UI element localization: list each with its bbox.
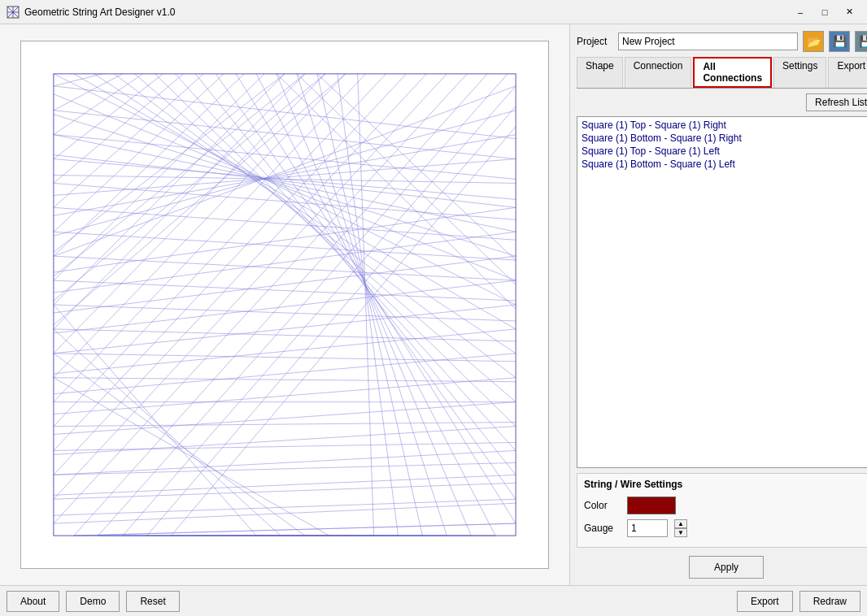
gauge-increment-button[interactable]: ▲ bbox=[674, 519, 687, 528]
save-as-icon: 💾 bbox=[859, 35, 867, 48]
color-row: Color bbox=[584, 497, 867, 514]
refresh-list-button[interactable]: Refresh List bbox=[806, 93, 867, 111]
bottom-bar: About Demo Reset Export Redraw bbox=[0, 585, 867, 616]
save-as-button[interactable]: 💾 bbox=[855, 31, 867, 52]
app-title: Geometric String Art Designer v1.0 bbox=[24, 7, 175, 18]
tabs-row: Shape Connection All Connections Setting… bbox=[577, 57, 867, 89]
tab-connection[interactable]: Connection bbox=[625, 57, 692, 88]
string-wire-settings: String / Wire Settings Color Gauge ▲ ▼ bbox=[577, 473, 867, 548]
project-row: Project 📂 💾 💾 bbox=[577, 31, 867, 52]
apply-button[interactable]: Apply bbox=[689, 556, 764, 579]
close-button[interactable]: ✕ bbox=[838, 4, 860, 20]
right-panel: Project 📂 💾 💾 Shape Connection All Conne… bbox=[569, 24, 867, 585]
tab-export[interactable]: Export bbox=[828, 57, 867, 88]
maximize-button[interactable]: □ bbox=[813, 4, 836, 20]
project-input[interactable] bbox=[618, 33, 798, 50]
folder-button[interactable]: 📂 bbox=[803, 31, 824, 52]
project-label: Project bbox=[577, 36, 613, 47]
connection-item[interactable]: Square (1) Top - Square (1) Left bbox=[579, 145, 867, 158]
svg-rect-5 bbox=[21, 41, 548, 568]
gauge-spinner: ▲ ▼ bbox=[674, 519, 687, 537]
color-swatch[interactable] bbox=[627, 497, 676, 514]
tab-shape[interactable]: Shape bbox=[577, 57, 623, 88]
save-icon: 💾 bbox=[833, 35, 847, 48]
export-button[interactable]: Export bbox=[737, 591, 793, 612]
canvas-wrapper bbox=[20, 41, 549, 569]
gauge-input[interactable] bbox=[627, 519, 668, 537]
gauge-row: Gauge ▲ ▼ bbox=[584, 519, 867, 537]
string-art-canvas bbox=[21, 41, 548, 568]
connections-list[interactable]: Square (1) Top - Square (1) Right Square… bbox=[577, 116, 867, 468]
minimize-button[interactable]: – bbox=[789, 4, 812, 20]
connection-item[interactable]: Square (1) Bottom - Square (1) Left bbox=[579, 158, 867, 171]
connection-item[interactable]: Square (1) Bottom - Square (1) Right bbox=[579, 132, 867, 145]
connection-item[interactable]: Square (1) Top - Square (1) Right bbox=[579, 119, 867, 132]
redraw-button[interactable]: Redraw bbox=[799, 591, 860, 612]
tab-all-connections[interactable]: All Connections bbox=[693, 57, 772, 88]
tab-settings[interactable]: Settings bbox=[773, 57, 826, 88]
title-bar: Geometric String Art Designer v1.0 – □ ✕ bbox=[0, 0, 867, 24]
save-button[interactable]: 💾 bbox=[829, 31, 850, 52]
reset-button[interactable]: Reset bbox=[126, 591, 179, 612]
app-icon bbox=[7, 6, 20, 19]
gauge-label: Gauge bbox=[584, 523, 621, 534]
color-label: Color bbox=[584, 500, 621, 511]
demo-button[interactable]: Demo bbox=[66, 591, 120, 612]
settings-title: String / Wire Settings bbox=[584, 479, 867, 490]
title-bar-left: Geometric String Art Designer v1.0 bbox=[7, 6, 175, 19]
gauge-decrement-button[interactable]: ▼ bbox=[674, 528, 687, 537]
main-container: Project 📂 💾 💾 Shape Connection All Conne… bbox=[0, 24, 867, 585]
folder-icon: 📂 bbox=[807, 35, 821, 48]
about-button[interactable]: About bbox=[7, 591, 59, 612]
title-bar-controls: – □ ✕ bbox=[789, 4, 860, 20]
canvas-area bbox=[0, 24, 569, 585]
